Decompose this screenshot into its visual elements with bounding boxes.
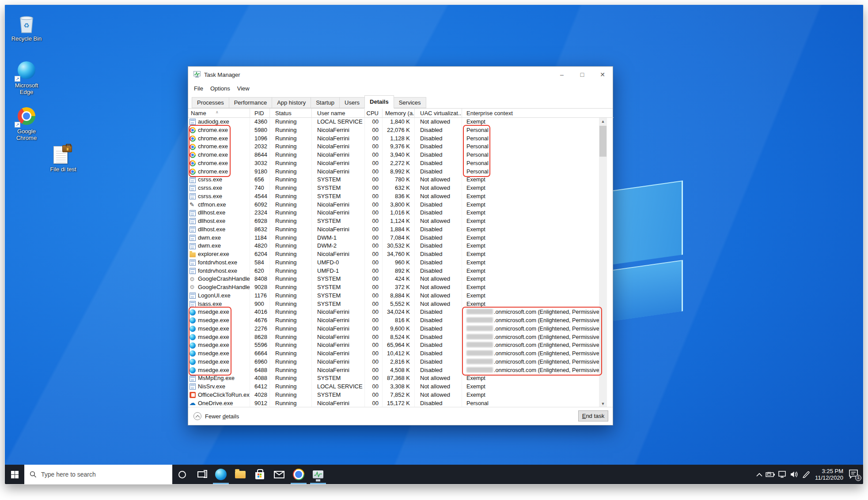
process-row[interactable]: GoogleCrashHandler...9028RunningSYSTEM00… [188,283,614,292]
volume-icon[interactable] [790,471,799,478]
windows-ink-pen-icon[interactable] [802,471,810,478]
process-name: ctfmon.exe [198,201,226,209]
taskbar-item-edge[interactable] [211,465,231,484]
process-row[interactable]: audiodg.exe4360RunningLOCAL SERVICE001,8… [188,118,614,126]
taskbar-item-task-manager[interactable] [308,465,328,484]
network-icon[interactable] [778,471,787,478]
process-row[interactable]: dwm.exe4820RunningDWM-20030,532 KDisable… [188,242,614,250]
column-header-memory-a[interactable]: Memory (a... [383,109,415,118]
tab-app-history[interactable]: App history [272,97,311,108]
process-row[interactable]: chrome.exe8644RunningNicolaFerrini003,94… [188,151,614,159]
process-row[interactable]: dllhost.exe8632RunningNicolaFerrini001,8… [188,226,614,234]
fewer-details-toggle[interactable]: Fewer details [193,412,239,420]
process-row[interactable]: chrome.exe9180RunningNicolaFerrini008,99… [188,168,614,176]
vertical-scrollbar[interactable]: ▲ ▼ [599,118,607,408]
tab-services[interactable]: Services [394,97,426,108]
column-header-cpu[interactable]: CPU [365,109,383,118]
process-enterprise-context: Exempt [462,283,599,292]
start-button[interactable] [5,465,24,484]
tab-users[interactable]: Users [339,97,365,108]
tab-performance[interactable]: Performance [229,97,272,108]
process-row[interactable]: dllhost.exe2324RunningNicolaFerrini001,0… [188,209,614,217]
process-row[interactable]: lsass.exe900RunningSYSTEM005,552 KNot al… [188,300,614,308]
scrollbar-thumb[interactable] [599,126,606,157]
process-uac: Disabled [415,242,462,250]
process-row[interactable]: NisSrv.exe6412RunningLOCAL SERVICE003,30… [188,383,614,391]
process-row[interactable]: msedge.exe2276RunningNicolaFerrini009,60… [188,325,614,333]
menu-item-file[interactable]: File [190,83,207,94]
menu-item-view[interactable]: View [234,83,253,94]
process-row[interactable]: GoogleCrashHandler...8408RunningSYSTEM00… [188,275,614,283]
maximize-button[interactable]: □ [572,67,592,83]
column-header-status[interactable]: Status [270,109,312,118]
process-row[interactable]: msedge.exe8628RunningNicolaFerrini008,52… [188,333,614,342]
taskbar-item-chrome[interactable] [289,465,308,484]
process-name: dwm.exe [198,242,221,250]
close-button[interactable]: ✕ [592,67,613,83]
menu-item-options[interactable]: Options [207,83,234,94]
battery-icon[interactable] [766,471,775,477]
process-row[interactable]: csrss.exe4544RunningSYSTEM00836 KNot all… [188,192,614,201]
desktop-icon-google-chrome[interactable]: ↗ Google Chrome [8,107,45,141]
tab-processes[interactable]: Processes [192,97,229,108]
process-status: Running [270,366,312,375]
process-row[interactable]: OneDrive.exe9012RunningNicolaFerrini0015… [188,399,614,408]
column-header-pid[interactable]: PID [250,109,270,118]
column-header-name[interactable]: Name∧ [188,109,250,118]
process-row[interactable]: chrome.exe3032RunningNicolaFerrini002,27… [188,159,614,168]
column-header-enterprise-context[interactable]: Enterprise context [462,109,599,118]
tab-startup[interactable]: Startup [311,97,340,108]
process-pid: 740 [250,184,270,192]
process-row[interactable]: fontdrvhost.exe620RunningUMFD-100892 KDi… [188,267,614,275]
action-center-button[interactable]: 1 [848,469,860,480]
tab-details[interactable]: Details [364,95,394,109]
scroll-up-icon[interactable]: ▲ [599,118,607,125]
process-row[interactable]: csrss.exe740RunningSYSTEM00632 KNot allo… [188,184,614,192]
taskbar-item-task-view[interactable] [192,465,211,484]
process-row[interactable]: MsMpEng.exe4088RunningSYSTEM0087,368 KNo… [188,374,614,383]
process-status: Running [270,151,312,159]
taskbar-item-microsoft-store[interactable] [250,465,269,484]
taskbar-item-mail[interactable] [269,465,289,484]
process-row[interactable]: dwm.exe1184RunningDWM-1007,084 KDisabled… [188,234,614,242]
process-row[interactable]: ctfmon.exe6092RunningNicolaFerrini003,80… [188,201,614,209]
hidden-icons-chevron-icon[interactable] [756,473,762,477]
clock[interactable]: 3:25 PM 11/12/2020 [813,468,845,481]
exe-process-icon [190,193,196,199]
process-row[interactable]: dllhost.exe6928RunningSYSTEM001,124 KNot… [188,217,614,226]
exe-process-icon [190,226,196,233]
desktop-icon-recycle-bin[interactable]: ♻ Recycle Bin [8,15,45,42]
process-row[interactable]: msedge.exe6960RunningNicolaFerrini002,81… [188,358,614,366]
process-user: NicolaFerrini [312,308,365,316]
process-row[interactable]: OfficeClickToRun.exe4028RunningSYSTEM007… [188,391,614,399]
taskbar-item-file-explorer[interactable] [231,465,250,484]
process-row[interactable]: msedge.exe5596RunningNicolaFerrini0065,9… [188,341,614,350]
column-header-uac-virtualizat[interactable]: UAC virtualizat... [415,109,462,118]
redacted-tenant-name [466,359,493,364]
process-user: NicolaFerrini [312,399,365,408]
process-row[interactable]: csrss.exe656RunningSYSTEM00780 KNot allo… [188,176,614,184]
process-row[interactable]: chrome.exe5980RunningNicolaFerrini0022,0… [188,126,614,135]
column-header-user-name[interactable]: User name [312,109,365,118]
process-row[interactable]: chrome.exe1096RunningNicolaFerrini001,12… [188,135,614,143]
process-row[interactable]: fontdrvhost.exe584RunningUMFD-000960 KDi… [188,259,614,267]
desktop-icon-microsoft-edge[interactable]: ↗ Microsoft Edge [8,61,45,95]
process-name: OfficeClickToRun.exe [198,391,250,399]
process-row[interactable]: chrome.exe2032RunningNicolaFerrini009,37… [188,143,614,151]
process-row[interactable]: msedge.exe4016RunningNicolaFerrini0034,0… [188,308,614,316]
process-row[interactable]: explorer.exe6204RunningNicolaFerrini0034… [188,250,614,259]
process-pid: 6960 [250,358,270,366]
window-titlebar[interactable]: Task Manager – □ ✕ [188,67,613,83]
desktop-icon-file-di-test[interactable]: File di test [41,145,85,173]
process-status: Running [270,143,312,151]
process-row[interactable]: msedge.exe4676RunningNicolaFerrini00816 … [188,316,614,325]
search-input[interactable]: Type here to search [24,465,172,484]
minimize-button[interactable]: – [552,67,572,83]
process-row[interactable]: LogonUI.exe1176RunningSYSTEM008,884 KNot… [188,292,614,300]
process-pid: 4088 [250,374,270,383]
end-task-button[interactable]: End task [578,410,608,421]
process-row[interactable]: msedge.exe6664RunningNicolaFerrini0010,4… [188,350,614,358]
process-row[interactable]: msedge.exe6488RunningNicolaFerrini004,50… [188,366,614,375]
process-memory: 836 K [383,192,415,201]
taskbar-item-cortana[interactable] [172,465,192,484]
